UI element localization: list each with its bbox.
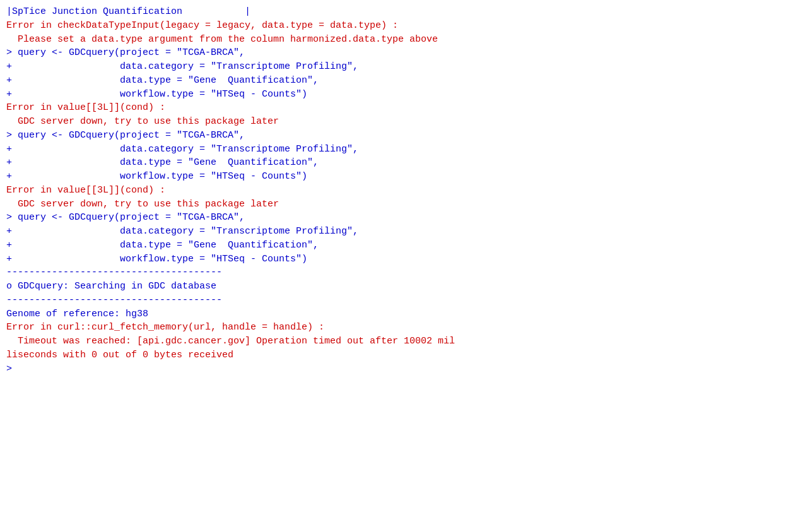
console-line-l1: |SpTice Junction Quantification | (6, 5, 806, 19)
console-line-l19: + workflow.type = "HTSeq - Counts") (6, 253, 806, 266)
console-line-l15: GDC server down, try to use this package… (6, 198, 806, 211)
console-line-l8: Error in value[[3L]](cond) : (6, 101, 806, 115)
console-line-l25: Timeout was reached: [api.gdc.cancer.gov… (6, 335, 806, 348)
console-line-l9: GDC server down, try to use this package… (6, 115, 806, 129)
console-line-l16: > query <- GDCquery(project = "TCGA-BRCA… (6, 211, 806, 225)
console-line-l4: > query <- GDCquery(project = "TCGA-BRCA… (6, 46, 806, 60)
console-line-l2: Error in checkDataTypeInput(legacy = leg… (6, 19, 806, 33)
console-line-l23: Genome of reference: hg38 (6, 307, 806, 321)
console-line-l18: + data.type = "Gene Quantification", (6, 239, 806, 253)
console-line-l13: + workflow.type = "HTSeq - Counts") (6, 170, 806, 184)
console-line-l27: > (6, 362, 806, 376)
console-line-l17: + data.category = "Transcriptome Profili… (6, 225, 806, 239)
console-line-l26: liseconds with 0 out of 0 bytes received (6, 348, 806, 362)
console-line-l10: > query <- GDCquery(project = "TCGA-BRCA… (6, 129, 806, 143)
console-line-l11: + data.category = "Transcriptome Profili… (6, 143, 806, 157)
console-line-l12: + data.type = "Gene Quantification", (6, 156, 806, 170)
console-line-l14: Error in value[[3L]](cond) : (6, 184, 806, 198)
console-line-l7: + workflow.type = "HTSeq - Counts") (6, 88, 806, 102)
console-line-l5: + data.category = "Transcriptome Profili… (6, 60, 806, 74)
console-window[interactable]: |SpTice Junction Quantification |Error i… (0, 0, 812, 529)
console-line-l6: + data.type = "Gene Quantification", (6, 74, 806, 88)
console-line-l3: Please set a data.type argument from the… (6, 33, 806, 47)
console-line-l21: o GDCquery: Searching in GDC database (6, 280, 806, 294)
console-line-l22: -------------------------------------- (6, 294, 806, 307)
console-line-l24: Error in curl::curl_fetch_memory(url, ha… (6, 321, 806, 335)
console-output: |SpTice Junction Quantification |Error i… (6, 5, 806, 376)
console-line-l20: -------------------------------------- (6, 266, 806, 280)
